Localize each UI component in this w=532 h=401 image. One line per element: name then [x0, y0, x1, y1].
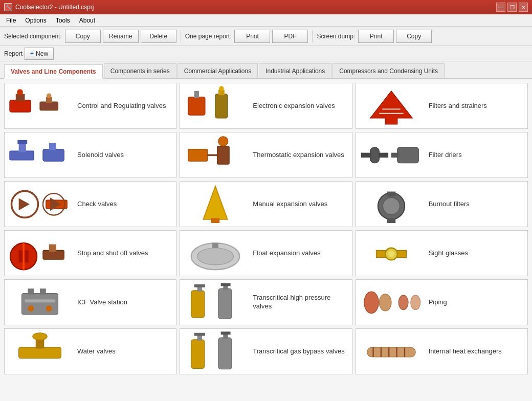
menu-options[interactable]: Options: [21, 16, 50, 25]
svg-point-68: [33, 332, 47, 340]
tab-compressors[interactable]: Compressors and Condensing Units: [332, 63, 445, 78]
svg-rect-0: [10, 100, 31, 112]
component-image-check-valves: [7, 184, 73, 225]
component-card-transcritical-high[interactable]: Transcritical high pressure valves: [180, 279, 352, 325]
separator-2: [312, 30, 313, 42]
title-bar: 🔧 Coolselector2 - Untitled.csprj — ❐ ✕: [0, 0, 532, 14]
component-card-icf-valve[interactable]: ICF Valve station: [4, 279, 176, 325]
svg-rect-26: [397, 147, 418, 163]
svg-rect-7: [194, 91, 199, 98]
svg-rect-21: [217, 146, 230, 164]
svg-rect-69: [191, 339, 205, 368]
svg-point-55: [46, 305, 52, 311]
svg-rect-23: [370, 147, 379, 163]
svg-point-22: [218, 136, 228, 146]
menu-bar: File Options Tools About: [0, 14, 532, 27]
svg-rect-75: [367, 347, 415, 357]
selected-component-label: Selected component:: [4, 33, 62, 40]
svg-rect-14: [10, 151, 34, 160]
component-image-transcritical-high: [182, 282, 249, 323]
close-btn[interactable]: ✕: [519, 3, 528, 12]
component-label-filters-strainers: Filters and strainers: [425, 102, 525, 110]
svg-rect-71: [194, 332, 205, 336]
svg-rect-24: [361, 152, 371, 157]
svg-point-10: [219, 86, 224, 91]
rename-button[interactable]: Rename: [103, 30, 139, 43]
component-card-filters-strainers[interactable]: Filters and strainers: [356, 83, 528, 129]
print-button-2[interactable]: Print: [358, 30, 394, 43]
report-label: Report: [4, 50, 23, 57]
minimize-btn[interactable]: —: [496, 3, 505, 12]
component-label-transcritical-high: Transcritical high pressure valves: [249, 294, 349, 311]
svg-rect-58: [194, 284, 205, 287]
component-card-internal-heat[interactable]: Internal heat exchangers: [356, 328, 528, 374]
component-label-icf-valve: ICF Valve station: [73, 298, 174, 307]
component-card-float-expansion[interactable]: Float expansion valves: [180, 230, 352, 276]
svg-point-63: [379, 294, 391, 310]
tab-valves[interactable]: Valves and Line Components: [4, 64, 103, 79]
report-bar: Report + New: [0, 46, 532, 61]
svg-rect-51: [28, 288, 34, 295]
component-label-stop-shutoff: Stop and shut off valves: [73, 249, 174, 258]
app-icon: 🔧: [4, 3, 12, 11]
menu-file[interactable]: File: [2, 16, 20, 25]
svg-rect-27: [391, 152, 398, 157]
new-label: New: [36, 50, 48, 57]
component-card-stop-shutoff[interactable]: Stop and shut off valves: [4, 230, 176, 276]
svg-rect-16: [17, 140, 27, 144]
svg-point-62: [364, 292, 378, 314]
maximize-btn[interactable]: ❐: [507, 3, 517, 12]
svg-rect-38: [387, 218, 395, 222]
copy-button-2[interactable]: Copy: [396, 30, 432, 43]
component-card-filter-driers[interactable]: Filter driers: [356, 132, 528, 178]
component-card-solenoid-valves[interactable]: Solenoid valves: [4, 132, 176, 178]
menu-tools[interactable]: Tools: [52, 16, 74, 25]
component-label-piping: Piping: [425, 298, 525, 307]
screen-dump-label: Screen dump:: [317, 33, 355, 40]
svg-rect-59: [218, 288, 232, 319]
component-label-electronic-expansion: Electronic expansion valves: [249, 102, 349, 110]
svg-rect-8: [215, 94, 228, 118]
component-image-internal-heat: [358, 331, 425, 372]
component-image-sight-glasses: [358, 233, 425, 274]
component-label-float-expansion: Float expansion valves: [249, 249, 349, 258]
svg-rect-19: [188, 149, 208, 161]
tab-industrial[interactable]: Industrial Applications: [259, 63, 331, 78]
toolbar: Selected component: Copy Rename Delete O…: [0, 27, 532, 46]
component-image-filter-driers: [358, 135, 425, 175]
component-card-check-valves[interactable]: Check valves: [4, 181, 176, 227]
component-image-electronic-expansion: [182, 85, 249, 126]
component-card-water-valves[interactable]: Water valves: [4, 328, 176, 374]
component-label-filter-driers: Filter driers: [425, 151, 525, 160]
window-controls[interactable]: — ❐ ✕: [496, 3, 528, 12]
menu-about[interactable]: About: [75, 16, 99, 25]
print-button-1[interactable]: Print: [234, 30, 270, 43]
component-card-piping[interactable]: Piping: [356, 279, 528, 325]
component-card-electronic-expansion[interactable]: Electronic expansion valves: [180, 83, 352, 129]
svg-rect-74: [221, 331, 231, 335]
component-card-transcritical-gas[interactable]: Transcritical gas bypass valves: [180, 328, 352, 374]
component-image-float-expansion: [182, 233, 249, 274]
svg-rect-50: [22, 293, 58, 314]
delete-button[interactable]: Delete: [141, 30, 176, 43]
component-card-sight-glasses[interactable]: Sight glasses: [356, 230, 528, 276]
pdf-button[interactable]: PDF: [272, 30, 308, 43]
component-card-thermostatic-expansion[interactable]: Thermostatic expansion valves: [180, 132, 352, 178]
component-card-manual-expansion[interactable]: Manual expansion valves: [180, 181, 352, 227]
component-label-thermostatic-expansion: Thermostatic expansion valves: [249, 151, 349, 160]
component-label-sight-glasses: Sight glasses: [425, 249, 525, 258]
component-grid: Control and Regulating valves Electronic…: [4, 83, 528, 374]
svg-rect-18: [49, 143, 56, 150]
svg-rect-17: [43, 149, 64, 161]
new-button[interactable]: + New: [25, 48, 54, 60]
svg-rect-42: [43, 250, 64, 259]
component-image-water-valves: [7, 331, 73, 372]
component-card-burnout-filters[interactable]: Burnout filters: [356, 181, 528, 227]
tab-series[interactable]: Components in series: [104, 63, 176, 78]
component-label-internal-heat: Internal heat exchangers: [425, 347, 525, 356]
tab-commercial[interactable]: Commercial Applications: [178, 63, 258, 78]
svg-point-65: [410, 295, 420, 309]
component-card-control-valves[interactable]: Control and Regulating valves: [4, 83, 176, 129]
component-image-icf-valve: [7, 282, 73, 323]
copy-button[interactable]: Copy: [65, 30, 101, 43]
